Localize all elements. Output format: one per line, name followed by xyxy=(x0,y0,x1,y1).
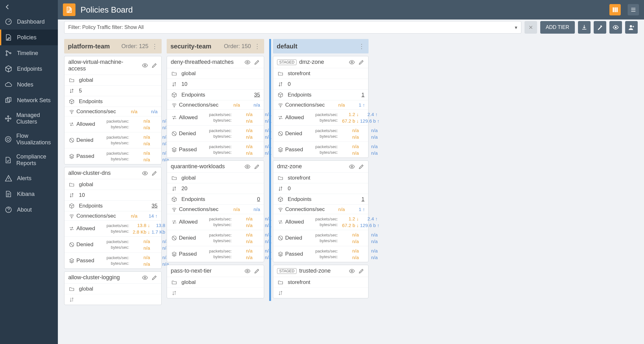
import-button[interactable] xyxy=(578,21,591,34)
scope-row: global xyxy=(64,283,161,294)
conn-label: Connections/sec xyxy=(285,102,325,108)
denied-row: Denied packets/sec:bytes/sec: n/an/a n/a… xyxy=(64,132,161,148)
edit-button[interactable] xyxy=(254,164,260,170)
edit-button[interactable] xyxy=(358,59,364,65)
scope-row: global xyxy=(167,277,264,287)
wizard-button[interactable] xyxy=(594,21,606,34)
edit-button[interactable] xyxy=(358,164,364,170)
sidebar-item-kibana[interactable]: Kibana xyxy=(0,186,58,202)
folder-icon xyxy=(277,175,284,181)
download-icon xyxy=(581,24,587,31)
view-button[interactable] xyxy=(349,59,355,65)
cube-icon xyxy=(4,65,13,73)
svg-point-9 xyxy=(8,120,9,121)
svg-rect-12 xyxy=(613,8,614,12)
denied-label: Denied xyxy=(179,130,204,137)
policy-card[interactable]: pass-to-next-tier global xyxy=(167,265,264,298)
user-add-button[interactable] xyxy=(625,21,638,34)
allowed-sublabels: packets/sec:bytes/sec: xyxy=(205,112,234,123)
scope-value: global xyxy=(181,175,196,181)
priority-row: 10 xyxy=(64,190,161,200)
edit-button[interactable] xyxy=(151,62,158,69)
edit-button[interactable] xyxy=(151,275,158,281)
policy-card[interactable]: allow-virtual-machine-access global 5 En… xyxy=(64,56,162,164)
passed-in: n/an/a xyxy=(341,247,359,261)
denied-icon xyxy=(68,137,75,143)
policy-card[interactable]: STAGED dmz-zone storefront 0 Endpoints 1 xyxy=(273,56,369,158)
list-view-button[interactable] xyxy=(628,4,639,15)
policy-card[interactable]: allow-cluster-logging global xyxy=(64,271,162,305)
endpoints-count[interactable]: 35 xyxy=(152,203,158,209)
sidebar-item-compliance-reports[interactable]: Compliance Reports xyxy=(0,150,58,170)
edit-button[interactable] xyxy=(151,170,158,176)
endpoints-count[interactable]: 1 xyxy=(362,92,364,98)
policy-card[interactable]: allow-cluster-dns global 10 Endpoints 35 xyxy=(64,167,162,269)
sidebar-item-managed-clusters[interactable]: Managed Clusters xyxy=(0,108,58,129)
tier-header: security-team Order: 150 ⋮ xyxy=(167,39,264,53)
endpoints-count[interactable]: 35 xyxy=(254,92,260,98)
add-tier-button[interactable]: ADD TIER xyxy=(540,21,575,34)
connections-row: Connections/sec n/a n/a xyxy=(167,100,264,109)
sidebar: DashboardPoliciesTimelineEndpointsNodesN… xyxy=(0,0,58,344)
allowed-icon xyxy=(171,219,178,225)
svg-point-30 xyxy=(247,270,248,272)
sidebar-item-label: Endpoints xyxy=(17,66,42,72)
endpoints-count[interactable]: 1 xyxy=(362,196,364,203)
back-button[interactable] xyxy=(0,0,58,14)
svg-point-2 xyxy=(6,54,7,56)
sidebar-item-endpoints[interactable]: Endpoints xyxy=(0,61,58,77)
endpoints-label: Endpoints xyxy=(79,203,103,209)
priority-value: 0 xyxy=(288,81,291,87)
preview-button[interactable] xyxy=(609,21,622,34)
filter-bar: Filter: Policy Traffic filter: Show All … xyxy=(58,19,644,35)
passed-label: Passed xyxy=(179,251,204,257)
sidebar-item-about[interactable]: About xyxy=(0,202,58,218)
tier-menu-button[interactable]: ⋮ xyxy=(254,42,260,50)
sidebar-item-timeline[interactable]: Timeline xyxy=(0,45,58,61)
card-header: deny-threatfeed-matches xyxy=(167,56,264,68)
svg-point-27 xyxy=(247,166,248,167)
view-button[interactable] xyxy=(244,59,251,65)
view-button[interactable] xyxy=(349,268,355,274)
allowed-sublabels: packets/sec:bytes/sec: xyxy=(103,223,131,234)
clear-filter-button[interactable] xyxy=(525,21,537,34)
allowed-in: n/an/a xyxy=(132,118,150,131)
edit-button[interactable] xyxy=(254,59,260,65)
sidebar-item-flow-visualizations[interactable]: Flow Visualizations xyxy=(0,129,58,150)
tier-header: platform-team Order: 125 ⋮ xyxy=(64,39,162,53)
policy-card[interactable]: STAGED trusted-zone storefront xyxy=(273,265,369,298)
denied-sublabels: packets/sec:bytes/sec: xyxy=(312,232,340,244)
endpoints-count[interactable]: 0 xyxy=(257,196,260,203)
view-button[interactable] xyxy=(142,275,148,281)
policy-card[interactable]: quarantine-workloads global 20 Endpoints… xyxy=(167,160,264,262)
endpoints-label: Endpoints xyxy=(181,92,205,98)
filter-input[interactable]: Filter: Policy Traffic filter: Show All … xyxy=(64,21,521,34)
view-button[interactable] xyxy=(349,164,355,170)
view-button[interactable] xyxy=(142,62,148,69)
scope-row: global xyxy=(64,75,161,85)
sidebar-item-network-sets[interactable]: Network Sets xyxy=(0,92,58,108)
conn-in: n/a xyxy=(221,206,240,213)
sidebar-item-policies[interactable]: Policies xyxy=(0,30,58,45)
view-button[interactable] xyxy=(244,268,251,274)
allowed-row: Allowed packets/sec:bytes/sec: 13.8 ↓2.8… xyxy=(64,220,161,236)
tier-menu-button[interactable]: ⋮ xyxy=(358,42,365,50)
policy-card[interactable]: deny-threatfeed-matches global 10 Endpoi… xyxy=(167,56,264,158)
sidebar-item-alerts[interactable]: Alerts xyxy=(0,170,58,186)
policy-card[interactable]: dmz-zone storefront 0 Endpoints 1 xyxy=(273,160,369,262)
staged-badge: STAGED xyxy=(277,59,297,65)
tier-menu-button[interactable]: ⋮ xyxy=(152,42,158,50)
sort-icon xyxy=(68,88,75,94)
sidebar-item-dashboard[interactable]: Dashboard xyxy=(0,14,58,30)
edit-button[interactable] xyxy=(254,268,260,274)
scope-row: storefront xyxy=(273,68,368,79)
sidebar-item-nodes[interactable]: Nodes xyxy=(0,77,58,92)
allowed-in: n/an/a xyxy=(235,215,253,229)
edit-button[interactable] xyxy=(358,268,364,274)
board-view-button[interactable] xyxy=(609,4,621,15)
view-button[interactable] xyxy=(244,164,251,170)
view-button[interactable] xyxy=(142,170,148,176)
list-icon xyxy=(630,7,636,13)
staged-badge: STAGED xyxy=(277,268,297,274)
passed-sublabels: packets/sec:bytes/sec: xyxy=(205,248,234,260)
